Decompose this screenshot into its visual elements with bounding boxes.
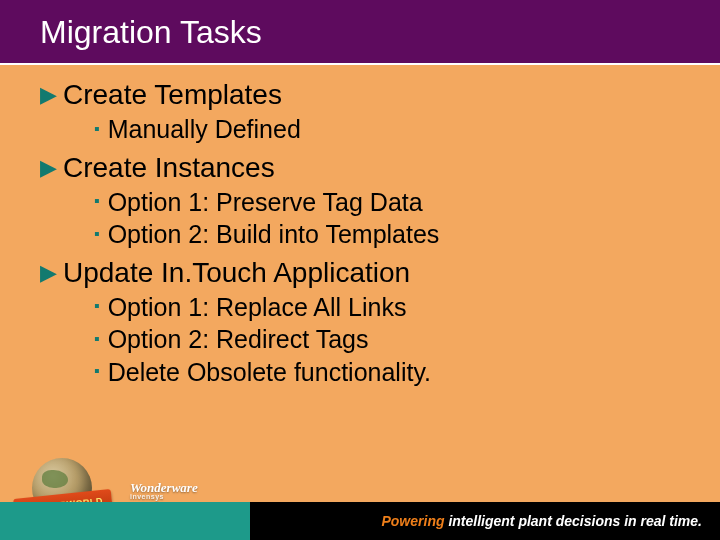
sub-text: Option 1: Replace All Links: [108, 291, 407, 324]
footer-bar: Powering intelligent plant decisions in …: [0, 502, 720, 540]
triangle-bullet-icon: ▶: [40, 82, 57, 108]
sub-item: ▪ Delete Obsolete functionality.: [94, 356, 680, 389]
slide-title: Migration Tasks: [40, 14, 720, 51]
footer-right-block: Powering intelligent plant decisions in …: [250, 502, 720, 540]
topic-line: ▶ Create Templates: [40, 79, 680, 111]
topic-title: Create Templates: [63, 79, 282, 111]
triangle-bullet-icon: ▶: [40, 155, 57, 181]
topic-line: ▶ Create Instances: [40, 152, 680, 184]
sub-text: Option 1: Preserve Tag Data: [108, 186, 423, 219]
square-bullet-icon: ▪: [94, 191, 100, 212]
sub-text: Delete Obsolete functionality.: [108, 356, 431, 389]
sub-list: ▪ Option 1: Preserve Tag Data ▪ Option 2…: [94, 186, 680, 251]
footer-tagline: Powering intelligent plant decisions in …: [381, 513, 702, 529]
sub-list: ▪ Manually Defined: [94, 113, 680, 146]
sub-item: ▪ Option 1: Preserve Tag Data: [94, 186, 680, 219]
square-bullet-icon: ▪: [94, 361, 100, 382]
square-bullet-icon: ▪: [94, 296, 100, 317]
sub-text: Manually Defined: [108, 113, 301, 146]
sub-list: ▪ Option 1: Replace All Links ▪ Option 2…: [94, 291, 680, 389]
sub-item: ▪ Option 2: Build into Templates: [94, 218, 680, 251]
topic-title: Create Instances: [63, 152, 275, 184]
sub-item: ▪ Manually Defined: [94, 113, 680, 146]
square-bullet-icon: ▪: [94, 119, 100, 140]
tagline-accent: Powering: [381, 513, 444, 529]
sub-item: ▪ Option 1: Replace All Links: [94, 291, 680, 324]
sub-text: Option 2: Build into Templates: [108, 218, 440, 251]
topic-item: ▶ Update In.Touch Application ▪ Option 1…: [40, 257, 680, 389]
footer-left-block: [0, 502, 250, 540]
topic-item: ▶ Create Instances ▪ Option 1: Preserve …: [40, 152, 680, 251]
sub-text: Option 2: Redirect Tags: [108, 323, 369, 356]
topic-title: Update In.Touch Application: [63, 257, 410, 289]
triangle-bullet-icon: ▶: [40, 260, 57, 286]
slide-header: Migration Tasks: [0, 0, 720, 65]
topic-line: ▶ Update In.Touch Application: [40, 257, 680, 289]
square-bullet-icon: ▪: [94, 329, 100, 350]
square-bullet-icon: ▪: [94, 224, 100, 245]
tagline-rest: intelligent plant decisions in real time…: [445, 513, 703, 529]
topic-item: ▶ Create Templates ▪ Manually Defined: [40, 79, 680, 146]
slide-content: ▶ Create Templates ▪ Manually Defined ▶ …: [0, 65, 720, 388]
sub-item: ▪ Option 2: Redirect Tags: [94, 323, 680, 356]
brand-logo: Wonderware invensys: [130, 480, 198, 500]
